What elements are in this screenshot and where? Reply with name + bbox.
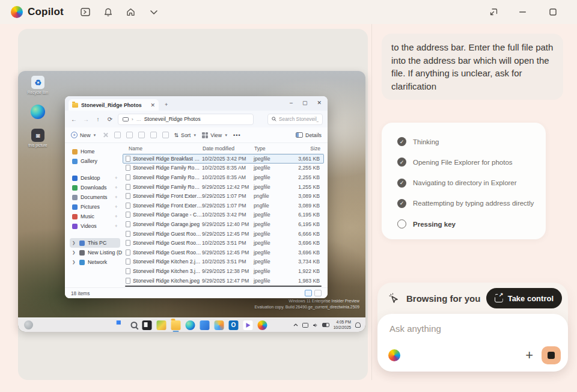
file-row[interactable]: Stoneveil Ridge Kitchen 3.jpeg9/29/2025 …	[123, 266, 324, 276]
display-icon[interactable]	[302, 323, 308, 328]
forward-icon[interactable]: →	[82, 116, 90, 123]
minimize-icon[interactable]	[514, 4, 531, 20]
sidebar-item-pictures[interactable]: Pictures✧	[70, 202, 120, 212]
new-button[interactable]: + New ▼	[71, 132, 97, 138]
tab-close-icon[interactable]: ✕	[150, 102, 155, 108]
file-row[interactable]: Stoneveil Ridge Family Room.jpeg9/29/202…	[123, 182, 324, 192]
address-breadcrumb[interactable]: › … Stoneveil_Ridge Photos	[118, 114, 254, 125]
tray-chevron-up-icon[interactable]	[293, 323, 298, 326]
file-row[interactable]: Stoneveil Ridge Kitchen.jpeg9/29/2025 12…	[123, 276, 324, 286]
breadcrumb-ellipsis[interactable]: …	[136, 117, 141, 122]
details-button[interactable]: Details	[296, 132, 322, 138]
file-row[interactable]: Stoneveil Ridge Family Room 2.jpeg10/2/2…	[123, 173, 324, 182]
taskbar-app-outlook-icon[interactable]: O	[229, 320, 239, 330]
desktop-screenshot[interactable]: ♻Recycle Bin◙this picture Stoneveil_Ridg…	[18, 71, 365, 332]
explorer-address-bar: ← → ↑ ⟳ › … Stoneveil_Ridge Photos Searc…	[65, 111, 328, 127]
explorer-tab[interactable]: Stoneveil_Ridge Photos ✕	[69, 99, 159, 111]
taskbar-app-photos-icon[interactable]	[215, 320, 224, 330]
share-icon[interactable]	[150, 132, 157, 138]
desktop-icon-microsoft-edge[interactable]	[24, 105, 52, 119]
file-row[interactable]: Stoneveil Ridge Front Exterior.png9/29/2…	[123, 201, 324, 210]
sidebar-toggle-icon[interactable]	[77, 4, 94, 20]
file-row[interactable]: Stoneveil Ridge Guest Room 2.jpeg9/29/20…	[123, 229, 324, 239]
taskbar-app-edge-icon[interactable]	[186, 320, 195, 330]
sidebar-item-downloads[interactable]: Downloads✧	[70, 183, 120, 192]
file-row[interactable]: Stoneveil Ridge Kitchen 2.jpeg10/2/2025 …	[123, 257, 324, 267]
view-button[interactable]: View ▼	[202, 132, 228, 138]
desktop-icon-learn-about-this-picture[interactable]: ◙this picture	[24, 129, 52, 148]
take-control-button[interactable]: Take control	[486, 288, 562, 308]
file-row[interactable]: Stoneveil Ridge Breakfast Nook.jpeg10/2/…	[123, 154, 324, 164]
attach-plus-button[interactable]: +	[517, 348, 542, 363]
sidebar-item-network[interactable]: ❯Network	[70, 257, 120, 267]
stop-button[interactable]	[542, 346, 561, 364]
composer[interactable]: Ask anything +	[377, 314, 568, 372]
view-grid-icon	[202, 132, 208, 138]
home-icon[interactable]	[123, 4, 139, 20]
taskbar-app-blue-icon[interactable]	[200, 320, 210, 330]
taskbar-app-search-icon[interactable]	[131, 322, 138, 328]
back-icon[interactable]: ←	[70, 116, 78, 123]
file-row[interactable]: Stoneveil Ridge Front Exterior - Copy.pn…	[123, 191, 324, 201]
file-row[interactable]: Stoneveil Ridge Garage - Copy.jpeg10/2/2…	[123, 210, 324, 220]
file-explorer-window[interactable]: Stoneveil_Ridge Photos ✕ + – ▢ ✕ ← → ↑ ⟳…	[65, 96, 328, 298]
column-date-modified[interactable]: Date modified	[203, 145, 254, 152]
taskbar-app-clipchamp-icon[interactable]	[243, 320, 253, 330]
file-row[interactable]: Stoneveil Ridge Family Room 2 - Copy.jp.…	[123, 164, 324, 173]
taskbar-app-dark-icon[interactable]	[142, 320, 152, 330]
plus-icon: +	[71, 132, 78, 138]
horizontal-scrollbar[interactable]	[125, 286, 322, 287]
taskbar-app-store-icon[interactable]	[157, 320, 166, 330]
pop-in-icon[interactable]	[484, 4, 501, 20]
composer-placeholder[interactable]: Ask anything	[389, 323, 557, 334]
details-view-toggle-icon[interactable]	[305, 290, 312, 296]
file-name: Stoneveil Ridge Kitchen 2.jpeg	[133, 259, 202, 265]
desktop-icon-recycle-bin[interactable]: ♻Recycle Bin	[24, 76, 52, 95]
edge-desktop-shortcut-icon[interactable]	[24, 320, 33, 329]
sidebar-item-music[interactable]: Music✧	[70, 212, 120, 221]
copy-icon[interactable]	[114, 132, 121, 138]
more-options-icon[interactable]: •••	[233, 132, 240, 138]
battery-icon[interactable]	[322, 323, 329, 327]
file-size: 6,195 KB	[288, 221, 323, 227]
sort-button[interactable]: ⇅ Sort ▼	[174, 132, 197, 138]
notifications-bell-icon[interactable]	[100, 4, 117, 20]
explorer-search-input[interactable]: Search Stoneveil_F	[267, 114, 323, 125]
sidebar-item-desktop[interactable]: Desktop✧	[70, 173, 120, 183]
file-row[interactable]: Stoneveil Ridge Garage.jpeg9/29/2025 12:…	[123, 219, 324, 229]
taskbar-clock[interactable]: 4:05 PM 10/2/2025	[334, 320, 351, 331]
new-tab-icon[interactable]: +	[165, 102, 168, 108]
agent-step-label: Reattempting by typing address directly	[413, 200, 534, 207]
column-size[interactable]: Size	[289, 145, 324, 152]
large-icons-view-toggle-icon[interactable]	[314, 290, 322, 296]
explorer-maximize-icon[interactable]: ▢	[302, 100, 308, 106]
file-row[interactable]: Stoneveil Ridge Guest Room 3 - Copy.jpeg…	[123, 238, 324, 248]
taskbar-app-copilot-icon[interactable]	[258, 320, 267, 330]
sidebar-item-gallery[interactable]: Gallery	[70, 156, 120, 166]
delete-icon[interactable]	[162, 132, 169, 138]
sidebar-item-documents[interactable]: Documents✧	[70, 192, 120, 202]
sidebar-item-new-listing-d-[interactable]: ❯New Listing (D:)	[70, 248, 120, 257]
new-label: New	[80, 132, 91, 138]
file-row[interactable]: Stoneveil Ridge Guest Room 3.jpeg9/29/20…	[123, 248, 324, 257]
maximize-icon[interactable]	[545, 4, 561, 20]
sidebar-item-home[interactable]: Home	[70, 147, 120, 156]
refresh-icon[interactable]: ⟳	[106, 116, 114, 123]
taskbar-app-start-icon[interactable]	[117, 320, 126, 330]
explorer-minimize-icon[interactable]: –	[290, 100, 293, 106]
paste-icon[interactable]	[126, 132, 133, 138]
column-name[interactable]: Name	[123, 145, 203, 152]
chevron-down-icon: ▼	[93, 133, 97, 137]
notification-center-icon[interactable]	[355, 322, 361, 328]
explorer-close-icon[interactable]: ✕	[317, 100, 322, 106]
rename-icon[interactable]	[138, 132, 145, 138]
sidebar-item-videos[interactable]: Videos✧	[70, 221, 120, 231]
column-type[interactable]: Type	[254, 145, 289, 152]
cut-icon[interactable]	[102, 132, 109, 138]
file-icon	[126, 184, 130, 190]
volume-icon[interactable]	[313, 323, 318, 328]
sidebar-item-this-pc[interactable]: ❯This PC	[70, 238, 120, 248]
taskbar-app-explorer-icon[interactable]	[171, 320, 181, 330]
up-icon[interactable]: ↑	[94, 116, 102, 123]
chevron-down-icon[interactable]	[145, 4, 162, 20]
